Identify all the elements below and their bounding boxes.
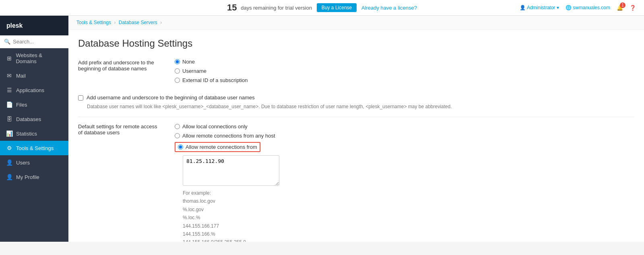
- main-content: Tools & Settings › Database Servers › Da…: [68, 16, 644, 242]
- radio-none-option[interactable]: None: [175, 59, 634, 65]
- remote-controls: Allow local connections only Allow remot…: [175, 123, 634, 242]
- sidebar-item-statistics[interactable]: 📊 Statistics: [0, 126, 68, 141]
- example-line-1: thomas.loc.gov: [183, 198, 215, 204]
- radio-from-hosts[interactable]: [178, 144, 183, 150]
- page-content: Database Hosting Settings Add prefix and…: [68, 30, 644, 242]
- admin-link[interactable]: 👤 Administrator ▾: [520, 5, 559, 10]
- statistics-icon: 📊: [6, 130, 13, 137]
- section-divider: [78, 117, 634, 117]
- breadcrumb-sep-1: ›: [114, 20, 117, 25]
- mail-icon: ✉: [6, 72, 13, 79]
- page-title: Database Hosting Settings: [78, 38, 634, 49]
- example-line-2: %.loc.gov: [183, 207, 204, 212]
- radio-any-host[interactable]: [175, 133, 180, 138]
- prefix-section: Add prefix and underscore to the beginni…: [78, 59, 634, 86]
- breadcrumb-sep-2: ›: [160, 20, 162, 25]
- notification-count: 1: [620, 2, 625, 8]
- example-line-4: 144.155.166.177: [183, 223, 219, 229]
- prefix-label: Add prefix and underscore to the beginni…: [78, 59, 159, 72]
- radio-external-id-option[interactable]: External ID of a subscription: [175, 77, 634, 83]
- ip-hosts-textarea[interactable]: 81.25.112.90: [183, 155, 279, 186]
- remote-access-section: Default settings for remote access of da…: [78, 123, 634, 242]
- example-text: For example: thomas.loc.gov %.loc.gov %.…: [183, 189, 634, 242]
- help-icon[interactable]: ❓: [630, 5, 636, 11]
- sidebar-item-files[interactable]: 📄 Files: [0, 97, 68, 112]
- top-right-area: 👤 Administrator ▾ 🌐 swmanuales.com 🔔 1 ❓: [520, 5, 636, 11]
- databases-icon: 🗄: [6, 116, 13, 122]
- sidebar-search-area: 🔍: [0, 35, 68, 48]
- radio-username[interactable]: [175, 68, 180, 74]
- trial-days: 15: [227, 2, 237, 13]
- already-have-license-link[interactable]: Already have a license?: [361, 5, 417, 11]
- breadcrumb: Tools & Settings › Database Servers ›: [68, 16, 644, 30]
- example-line-6: 144.155.166.0/255.255.255.0: [183, 239, 246, 242]
- profile-icon: 👤: [6, 174, 13, 180]
- globe-icon: 🌐: [566, 5, 572, 10]
- remote-label: Default settings for remote access of da…: [78, 123, 159, 136]
- breadcrumb-tools-link[interactable]: Tools & Settings: [76, 20, 111, 25]
- notification-bell[interactable]: 🔔 1: [617, 5, 623, 11]
- username-checkbox-row: Add username and underscore to the begin…: [78, 95, 634, 101]
- sidebar-item-users[interactable]: 👤 Users: [0, 155, 68, 170]
- sidebar-item-websites-domains[interactable]: ⊞ Websites & Domains: [0, 48, 68, 68]
- users-icon: 👤: [6, 159, 13, 166]
- username-checkbox-section: Add username and underscore to the begin…: [78, 95, 634, 110]
- websites-icon: ⊞: [6, 55, 12, 62]
- sidebar-item-mail[interactable]: ✉ Mail: [0, 68, 68, 83]
- radio-local-only-option[interactable]: Allow local connections only: [175, 123, 634, 130]
- breadcrumb-db-link[interactable]: Database Servers: [119, 20, 157, 25]
- example-line-3: %.loc.%: [183, 215, 200, 220]
- radio-external-id[interactable]: [175, 78, 180, 83]
- site-link[interactable]: 🌐 swmanuales.com: [566, 5, 610, 10]
- tools-icon: ⚙: [6, 145, 13, 151]
- sidebar-logo: plesk: [0, 16, 68, 35]
- sidebar-nav: ⊞ Websites & Domains ✉ Mail ☰ Applicatio…: [0, 48, 68, 242]
- radio-any-host-option[interactable]: Allow remote connections from any host: [175, 133, 634, 139]
- username-checkbox-desc: Database user names will look like <ples…: [87, 103, 634, 110]
- radio-username-option[interactable]: Username: [175, 68, 634, 74]
- example-line-5: 144.155.166.%: [183, 231, 215, 237]
- sidebar-item-databases[interactable]: 🗄 Databases: [0, 112, 68, 126]
- prefix-controls: None Username External ID of a subscript…: [175, 59, 634, 86]
- svg-text:plesk: plesk: [6, 22, 23, 29]
- files-icon: 📄: [6, 101, 13, 108]
- username-checkbox[interactable]: [78, 95, 83, 101]
- radio-local-only[interactable]: [175, 124, 180, 129]
- search-icon: 🔍: [4, 39, 10, 45]
- plesk-logo: plesk: [6, 21, 35, 30]
- admin-icon: 👤: [520, 5, 526, 10]
- top-banner: 15 days remaining for trial version Buy …: [0, 0, 644, 16]
- sidebar-item-tools-settings[interactable]: ⚙ Tools & Settings: [0, 141, 68, 155]
- sidebar-item-my-profile[interactable]: 👤 My Profile: [0, 170, 68, 184]
- radio-none[interactable]: [175, 59, 180, 64]
- buy-license-button[interactable]: Buy a License: [317, 3, 357, 12]
- sidebar-item-applications[interactable]: ☰ Applications: [0, 83, 68, 97]
- radio-from-hosts-option[interactable]: Allow remote connections from: [175, 142, 260, 152]
- applications-icon: ☰: [6, 87, 13, 93]
- sidebar: plesk 🔍 ⊞ Websites & Domains ✉ Mail ☰ Ap…: [0, 16, 68, 242]
- main-layout: plesk 🔍 ⊞ Websites & Domains ✉ Mail ☰ Ap…: [0, 16, 644, 242]
- trial-text: days remaining for trial version: [241, 5, 312, 11]
